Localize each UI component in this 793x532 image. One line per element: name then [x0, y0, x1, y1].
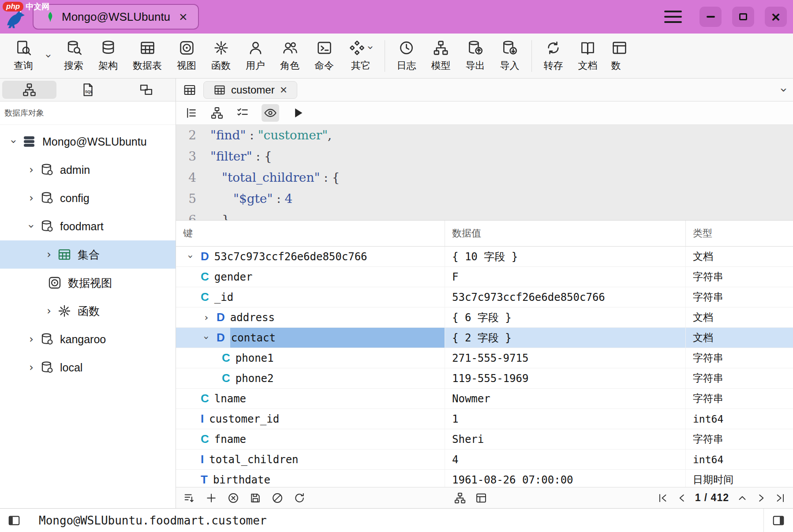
value-cell[interactable]: Sheri — [445, 429, 686, 449]
save-record-button[interactable] — [249, 492, 262, 504]
chevron-right-icon[interactable]: › — [25, 334, 38, 345]
table-row[interactable]: C lname Nowmer 字符串 — [176, 389, 793, 409]
tab-list-button[interactable]: › — [781, 84, 786, 96]
query-editor[interactable]: 2 3 4 5 6 "find" : "customer", "filter" … — [176, 125, 793, 221]
tree-item-config[interactable]: › config — [0, 184, 176, 212]
table-row[interactable]: C gender F 字符串 — [176, 267, 793, 287]
value-cell[interactable]: 119-555-1969 — [445, 368, 686, 388]
last-page-button[interactable] — [774, 492, 786, 504]
fields-list-button[interactable] — [185, 106, 198, 120]
toolbar-button-dump[interactable]: 转存 — [536, 40, 571, 72]
key-cell[interactable]: C fname — [176, 429, 445, 449]
value-cell[interactable]: F — [445, 267, 686, 287]
key-cell[interactable]: C lname — [176, 389, 445, 408]
next-page-button[interactable] — [756, 492, 767, 504]
explain-plan-button[interactable] — [210, 106, 224, 120]
chevron-down-icon[interactable]: › — [186, 251, 195, 262]
close-button[interactable]: × — [765, 7, 787, 27]
table-row[interactable]: I total_children 4 int64 — [176, 450, 793, 470]
table-row[interactable]: › D address { 6 字段 } 文档 — [176, 307, 793, 328]
toolbar-button-export[interactable]: 导出 — [458, 40, 493, 72]
tree-item-data-views[interactable]: 数据视图 — [0, 269, 176, 297]
refresh-button[interactable] — [293, 492, 306, 504]
chevron-right-icon[interactable]: › — [25, 165, 38, 175]
key-cell[interactable]: C _id — [176, 287, 445, 307]
close-tab-icon[interactable]: × — [179, 10, 187, 24]
run-query-button[interactable] — [292, 106, 305, 120]
key-cell[interactable]: › D 53c7c973ccf26e6de850c766 — [176, 247, 445, 266]
value-cell[interactable]: 53c7c973ccf26e6de850c766 — [445, 287, 686, 307]
toggle-right-panel-button[interactable] — [763, 509, 793, 532]
tree-item-kangaroo[interactable]: › kangaroo — [0, 325, 176, 353]
toggle-left-panel-button[interactable] — [0, 509, 28, 532]
value-cell[interactable]: 1961-08-26 07:00:00 — [445, 470, 686, 487]
column-header-value[interactable]: 数据值 — [445, 221, 686, 246]
value-cell[interactable]: 4 — [445, 450, 686, 469]
chevron-right-icon[interactable]: › — [25, 362, 38, 373]
add-record-button[interactable] — [205, 492, 217, 504]
key-cell[interactable]: T birthdate — [176, 470, 445, 487]
toolbar-button-schema[interactable]: 架构 — [91, 40, 125, 72]
key-cell[interactable]: I total_children — [176, 450, 445, 469]
tree-item-foodmart[interactable]: › foodmart — [0, 212, 176, 240]
filter-sort-button[interactable] — [183, 492, 195, 504]
table-row[interactable]: C fname Sheri 字符串 — [176, 429, 793, 450]
page-jump-button[interactable] — [737, 492, 748, 504]
toolbar-button-role[interactable]: 角色 — [273, 40, 307, 72]
form-view-button[interactable] — [475, 492, 487, 504]
tree-item-collections[interactable]: › 集合 — [0, 240, 176, 269]
cancel-edit-button[interactable] — [271, 492, 284, 504]
table-row[interactable]: › D 53c7c973ccf26e6de850c766 { 10 字段 } 文… — [176, 247, 793, 267]
previous-page-button[interactable] — [676, 492, 688, 504]
toolbar-button-model[interactable]: 模型 — [424, 40, 458, 72]
key-cell[interactable]: › D address — [176, 307, 445, 327]
tree-item-connection[interactable]: › Mongo@WSLUbuntu — [0, 127, 176, 156]
toolbar-button-table[interactable]: 数据表 — [125, 40, 169, 72]
chevron-down-icon[interactable]: › — [202, 332, 211, 344]
key-cell[interactable]: I customer_id — [176, 409, 445, 429]
tree-view-button[interactable] — [454, 492, 466, 504]
key-cell[interactable]: C gender — [176, 267, 445, 287]
chevron-right-icon[interactable]: › — [42, 249, 56, 260]
toolbar-button-document[interactable]: 文档 — [571, 40, 605, 72]
chevron-right-icon[interactable]: › — [42, 306, 56, 316]
chevron-right-icon[interactable]: › — [25, 193, 38, 203]
sidebar-tab-objects[interactable] — [2, 81, 56, 99]
table-row[interactable]: C _id 53c7c973ccf26e6de850c766 字符串 — [176, 287, 793, 307]
value-cell[interactable]: { 10 字段 } — [445, 247, 686, 266]
table-tab-icon-button[interactable] — [183, 83, 196, 97]
key-cell[interactable]: C phone2 — [176, 368, 445, 388]
value-cell[interactable]: { 6 字段 } — [445, 307, 686, 327]
chevron-down-icon[interactable]: › — [26, 220, 37, 233]
sidebar-tab-model[interactable] — [119, 81, 173, 99]
value-cell[interactable]: Nowmer — [445, 389, 686, 408]
column-header-key[interactable]: 键 — [176, 221, 445, 246]
minimize-button[interactable] — [699, 7, 722, 27]
tab-customer[interactable]: customer × — [203, 81, 297, 99]
toolbar-button-clipped[interactable]: 数 — [605, 40, 628, 72]
value-cell[interactable]: 1 — [445, 409, 686, 429]
connection-tab[interactable]: Mongo@WSLUbuntu × — [33, 4, 199, 30]
tree-item-local[interactable]: › local — [0, 353, 176, 382]
maximize-button[interactable] — [732, 7, 754, 27]
table-row[interactable]: C phone1 271-555-9715 字符串 — [176, 348, 793, 368]
query-dropdown-button[interactable]: › — [41, 51, 56, 61]
column-header-type[interactable]: 类型 — [686, 221, 793, 246]
preview-button[interactable] — [262, 104, 279, 122]
toolbar-button-command[interactable]: 命令 — [307, 40, 341, 72]
value-cell[interactable]: { 2 字段 } — [445, 328, 686, 348]
toolbar-button-import[interactable]: 导入 — [493, 40, 527, 72]
first-page-button[interactable] — [657, 492, 669, 504]
toolbar-button-other[interactable]: › 其它 — [341, 40, 380, 72]
value-cell[interactable]: 271-555-9715 — [445, 348, 686, 368]
chevron-down-icon[interactable]: › — [8, 135, 19, 148]
close-tab-icon[interactable]: × — [280, 84, 287, 96]
sidebar-tab-query[interactable]: SQL — [61, 81, 115, 99]
toolbar-button-view[interactable]: 视图 — [169, 40, 204, 72]
chevron-right-icon[interactable]: › — [201, 313, 212, 322]
toolbar-button-function[interactable]: 函数 — [204, 40, 238, 72]
table-row-selected[interactable]: › D contact { 2 字段 } 文档 — [176, 328, 793, 348]
key-cell[interactable]: C phone1 — [176, 348, 445, 368]
table-row[interactable]: I customer_id 1 int64 — [176, 409, 793, 429]
tree-item-functions[interactable]: › 函数 — [0, 297, 176, 325]
